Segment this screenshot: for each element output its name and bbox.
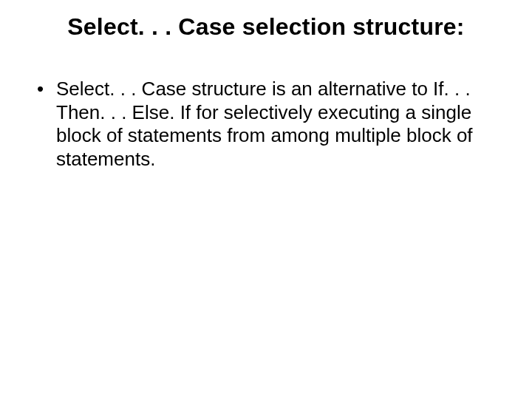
bullet-text: Select. . . Case structure is an alterna… bbox=[56, 78, 473, 170]
slide: Select. . . Case selection structure: Se… bbox=[0, 0, 532, 399]
slide-body: Select. . . Case structure is an alterna… bbox=[30, 78, 502, 171]
bullet-list: Select. . . Case structure is an alterna… bbox=[34, 78, 502, 171]
list-item: Select. . . Case structure is an alterna… bbox=[34, 78, 502, 171]
slide-title: Select. . . Case selection structure: bbox=[30, 13, 502, 41]
